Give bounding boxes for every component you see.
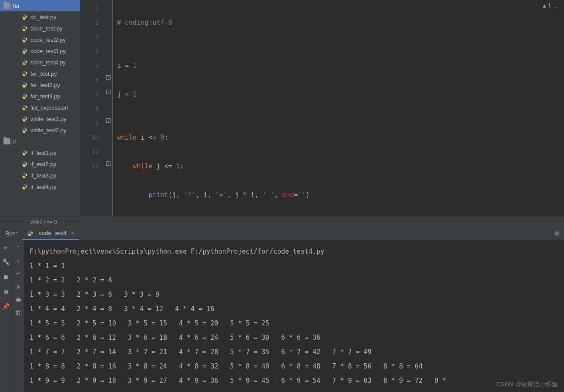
python-icon [27, 230, 34, 237]
pin-icon[interactable]: 📌 [2, 303, 10, 310]
tree-folder[interactable]: for [0, 0, 80, 11]
python-icon [21, 36, 28, 43]
run-tab[interactable]: code_test4 × [22, 227, 79, 240]
tree-file-label: while_test1.py [30, 116, 66, 122]
code-content[interactable]: # coding:utf-8 i = 1 j = 1 while i <= 9:… [113, 0, 564, 216]
tree-file-label: if_test4.py [30, 184, 56, 190]
fold-marker-icon[interactable]: - [106, 75, 111, 80]
tree-file-label: code_test2.py [30, 37, 66, 43]
python-icon [21, 47, 28, 54]
tree-file[interactable]: if_test3.py [0, 170, 80, 181]
line-number: 9 [81, 116, 99, 131]
line-number: 6 [81, 73, 99, 87]
wrap-icon[interactable]: ↩ [16, 270, 20, 277]
python-icon [21, 127, 28, 134]
tree-file-label: cb_test.py [30, 14, 56, 20]
line-number: 8 [81, 102, 99, 116]
tree-folder-label: if [13, 138, 16, 145]
close-icon[interactable]: × [71, 230, 74, 237]
tree-file-label: list_expression [30, 104, 68, 111]
console-output[interactable]: F:\pythonProject\venv\Scripts\python.exe… [24, 240, 564, 392]
line-number: 2 [81, 16, 99, 30]
print-icon[interactable]: 🖶 [15, 296, 21, 303]
wrench-icon[interactable]: 🔧 [2, 258, 10, 265]
warning-icon: ▲ [543, 3, 546, 9]
tree-file-label: if_test3.py [30, 172, 56, 179]
run-tab-label: code_test4 [39, 230, 67, 236]
line-number: 12 [81, 159, 99, 174]
python-icon [21, 172, 28, 179]
watermark: CSDN @短尾巴小鳄鱼 [496, 381, 558, 389]
line-number: 3 [81, 30, 99, 44]
python-icon [21, 70, 28, 77]
tree-file[interactable]: for_test.py [0, 68, 80, 79]
folder-icon [3, 138, 10, 144]
fold-marker-icon[interactable]: - [106, 90, 111, 94]
tree-file-label: for_test2.py [30, 82, 60, 88]
python-icon [21, 25, 28, 32]
python-icon [21, 81, 28, 88]
gear-icon[interactable]: ⚙ [554, 230, 560, 237]
run-tab-bar: Run: code_test4 × ⚙ [0, 227, 564, 240]
arrow-down-icon[interactable]: ↓ [16, 257, 20, 264]
tree-file[interactable]: code_test3.py [0, 45, 80, 57]
line-number: 1 [81, 1, 99, 16]
tree-file-label: for_test3.py [30, 93, 60, 100]
line-number: 10 [81, 131, 99, 145]
fold-marker-icon[interactable]: - [106, 118, 111, 123]
tree-file[interactable]: while_test1.py [0, 113, 80, 124]
run-panel: Run: code_test4 × ⚙ ▶ 🔧 ■ ▤ 📌 ↑ ↓ ↩ ⇲ 🖶 … [0, 227, 564, 392]
python-icon [21, 149, 28, 156]
tree-file-label: code_test.py [30, 25, 63, 32]
run-toolbar-secondary: ↑ ↓ ↩ ⇲ 🖶 🗑 [12, 240, 24, 392]
scroll-end-icon[interactable]: ⇲ [16, 283, 20, 290]
layout-icon[interactable]: ▤ [4, 288, 7, 295]
line-number: 4 [81, 44, 99, 59]
tree-file[interactable]: if_test1.py [0, 147, 80, 158]
line-number: 7 [81, 87, 99, 102]
tree-file-label: while_test2.py [30, 127, 66, 134]
tree-folder-label: for [13, 3, 20, 9]
tree-file-label: if_test1.py [30, 150, 56, 156]
tree-file-label: for_test.py [30, 70, 57, 77]
tree-file[interactable]: if_test4.py [0, 181, 80, 192]
tree-file[interactable]: for_test2.py [0, 79, 80, 90]
arrow-up-icon[interactable]: ↑ [16, 244, 20, 251]
play-icon[interactable]: ▶ [4, 244, 7, 251]
tree-file[interactable]: code_test2.py [0, 34, 80, 45]
tree-file[interactable]: list_expression [0, 102, 80, 113]
tree-file[interactable]: if_test2.py [0, 158, 80, 170]
stop-icon[interactable]: ■ [4, 273, 7, 280]
python-icon [21, 183, 28, 190]
tree-file[interactable]: cb_test.py [0, 11, 80, 23]
tree-folder[interactable]: if [0, 136, 80, 147]
run-label: Run: [0, 230, 22, 237]
code-editor[interactable]: 123456789101112 - - - - # coding:utf-8 i… [81, 0, 564, 216]
tree-file[interactable]: for_test3.py [0, 90, 80, 102]
line-number: 11 [81, 145, 99, 159]
line-number: 5 [81, 59, 99, 73]
project-tree[interactable]: forcb_test.pycode_test.pycode_test2.pyco… [0, 0, 81, 216]
tree-file[interactable]: code_test4.py [0, 57, 80, 68]
inspection-badge[interactable]: ▲ 1 [543, 3, 551, 9]
python-icon [21, 59, 28, 66]
tree-file[interactable]: code_test.py [0, 23, 80, 34]
python-icon [21, 104, 28, 111]
fold-marker-icon[interactable]: - [106, 161, 111, 166]
python-icon [21, 13, 28, 20]
fold-gutter[interactable]: - - - - [106, 0, 113, 216]
python-icon [21, 115, 28, 122]
tree-file-label: code_test3.py [30, 48, 66, 54]
tree-file-label: code_test4.py [30, 59, 66, 66]
tree-file-label: if_test2.py [30, 161, 56, 168]
breadcrumb[interactable]: while i <= 9 [0, 216, 564, 227]
code-comment: # coding:utf-8 [117, 19, 172, 27]
python-icon [21, 93, 28, 100]
trash-icon[interactable]: 🗑 [15, 309, 21, 316]
tree-file[interactable]: while_test2.py [0, 124, 80, 136]
run-toolbar-primary: ▶ 🔧 ■ ▤ 📌 [0, 240, 12, 392]
chevron-up-icon[interactable]: ︿ [554, 3, 559, 10]
line-number-gutter: 123456789101112 [81, 0, 106, 216]
python-icon [21, 161, 28, 168]
folder-icon [3, 3, 10, 9]
